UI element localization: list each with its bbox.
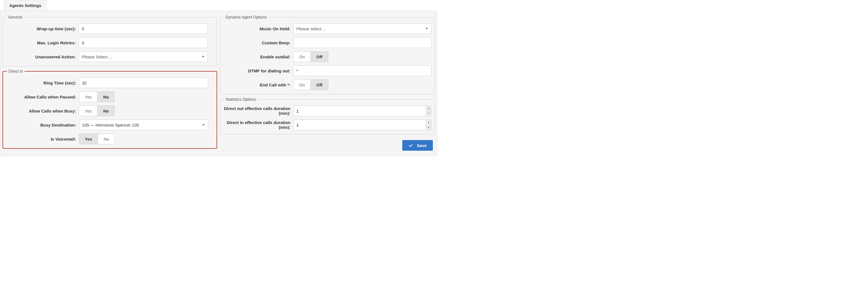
toggle-is-voicemail: Yes No [79,134,115,144]
legend-dynamic-agent: Dynamic Agent Options [224,15,268,20]
toggle-end-call-on[interactable]: On [293,80,311,90]
input-custom-beep[interactable] [293,37,431,48]
toggle-is-voicemail-yes[interactable]: Yes [79,134,98,144]
toggle-allow-paused: Yes No [79,92,115,102]
panel-dynamic-agent: Dynamic Agent Options Music On Hold: Ple… [220,15,435,94]
input-dtmf[interactable] [293,65,431,76]
panel-direct-in: Direct In Ring Time (sec): Allow Calls w… [3,69,217,149]
toggle-allow-busy: Yes No [79,106,115,116]
spinner-down-icon[interactable]: ▼ [426,125,431,130]
label-retries: Max. Login Retries: [6,40,79,45]
spinner-up-icon[interactable]: ▲ [426,120,431,125]
toggle-end-call: On Off [293,79,329,90]
label-direct-out-duration: Direct out effective calls duration (min… [223,106,293,116]
caret-down-icon [426,28,428,30]
input-direct-out-duration[interactable] [293,106,426,116]
input-direct-in-duration[interactable] [293,119,426,130]
toggle-is-voicemail-no[interactable]: No [98,134,115,144]
label-unanswered: Unanswered Action: [6,55,79,59]
toggle-allow-busy-no[interactable]: No [97,106,114,116]
label-enable-outdial: Enable outdial: [223,55,293,59]
legend-general: General [7,15,24,20]
caret-down-icon [202,124,205,126]
tab-agents-settings[interactable]: Agents Settings [4,0,46,11]
select-unanswered[interactable]: Please Select ... [79,51,208,62]
label-direct-in-duration: Direct in effective calls duration (min)… [223,120,293,130]
label-is-voicemail: Is Voicemail: [6,137,79,141]
label-allow-busy: Allow Calls when Busy: [6,109,79,113]
label-wrapup: Wrap-up time (sec): [6,26,79,31]
label-busy-destination: Busy Destination: [6,122,79,128]
label-music-on-hold: Music On Hold: [223,26,293,31]
check-icon [408,143,413,148]
select-music-on-hold[interactable]: Please select ... [293,23,431,34]
toggle-enable-outdial-off[interactable]: Off [311,51,328,62]
save-button[interactable]: Save [402,140,433,151]
toggle-enable-outdial: On Off [293,51,329,62]
select-busy-destination[interactable]: 105 — Hermione Spencer 105 [79,119,208,130]
legend-statistics: Statistics Options [224,97,257,102]
label-ring-time: Ring Time (sec): [6,80,79,85]
panel-statistics: Statistics Options Direct out effective … [220,97,435,134]
input-retries[interactable] [79,37,208,48]
select-music-on-hold-value: Please select ... [297,26,326,31]
spinner-down-icon[interactable]: ▼ [426,111,431,116]
save-button-label: Save [417,143,427,148]
label-custom-beep: Custom Beep: [223,40,293,45]
toggle-allow-busy-yes[interactable]: Yes [79,106,97,116]
label-allow-paused: Allow Calls when Paused: [6,95,79,99]
panel-general: General Wrap-up time (sec): Max. Login R… [3,15,217,66]
input-wrapup[interactable] [79,23,208,34]
legend-direct-in: Direct In [7,69,25,74]
select-busy-destination-value: 105 — Hermione Spencer 105 [82,122,139,128]
spinner-up-icon[interactable]: ▲ [426,106,431,111]
input-ring-time[interactable] [79,77,208,88]
toggle-allow-paused-no[interactable]: No [97,92,114,102]
select-unanswered-value: Please Select ... [82,55,112,59]
label-dtmf: DTMF for dialing out: [223,68,293,73]
toggle-allow-paused-yes[interactable]: Yes [79,92,97,102]
label-end-call: End Call with *: [223,82,293,87]
caret-down-icon [202,56,204,58]
toggle-enable-outdial-on[interactable]: On [293,51,311,62]
toggle-end-call-off[interactable]: Off [311,80,328,90]
